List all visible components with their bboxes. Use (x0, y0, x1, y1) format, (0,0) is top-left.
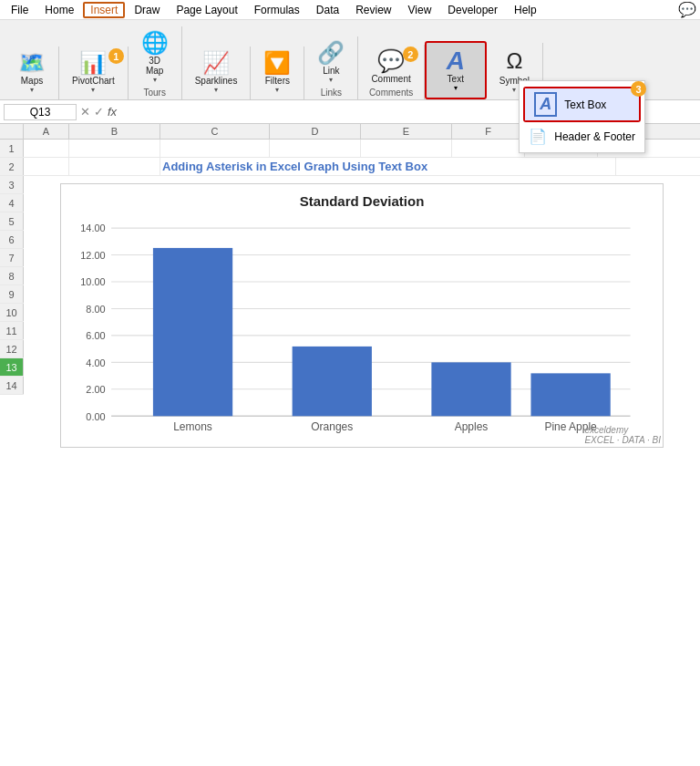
filters-icon: 🔽 (263, 52, 291, 74)
menu-formulas[interactable]: Formulas (247, 2, 307, 18)
table-row: 3 (0, 176, 24, 194)
ribbon-group-maps: 🗺️ Maps ▾ (5, 47, 59, 99)
chart-area: Standard Deviation 14.00 12.00 10.00 8.0… (24, 176, 700, 455)
svg-text:0.00: 0.00 (86, 411, 105, 422)
table-row: 2 Adding Asterisk in Excel Graph Using T… (0, 158, 700, 176)
svg-text:12.00: 12.00 (80, 250, 105, 261)
cell-a2[interactable] (24, 158, 69, 175)
cell-b1[interactable] (69, 140, 160, 157)
cell-reference[interactable] (4, 104, 77, 120)
menu-insert[interactable]: Insert (83, 2, 125, 18)
row-num-8: 8 (0, 267, 24, 285)
textbox-dropdown-item[interactable]: A Text Box (525, 88, 639, 120)
table-row: 14 (0, 377, 24, 395)
maps-icon: 🗺️ (18, 52, 46, 74)
sheet-content: 3 4 5 6 7 8 9 10 11 (0, 176, 700, 455)
menu-file[interactable]: File (4, 2, 36, 18)
ribbon-group-tours: 🌐 3DMap ▾ Tours (129, 26, 182, 99)
link-arrow: ▾ (329, 76, 333, 84)
symbol-arrow: ▾ (512, 86, 516, 94)
3dmap-button[interactable]: 🌐 3DMap ▾ (136, 30, 174, 86)
bar-apples (431, 362, 510, 416)
row-num-6: 6 (0, 231, 24, 248)
svg-text:2.00: 2.00 (86, 384, 105, 395)
maps-button[interactable]: 🗺️ Maps ▾ (13, 50, 51, 96)
textbox-label: Text Box (564, 98, 606, 111)
pivotchart-label: PivotChart (72, 76, 115, 86)
table-row: 8 (0, 267, 24, 285)
formula-check-icon[interactable]: ✓ (94, 105, 104, 119)
menu-developer[interactable]: Developer (440, 2, 505, 18)
svg-text:10.00: 10.00 (80, 276, 105, 287)
cell-c1[interactable] (160, 140, 270, 157)
text-button[interactable]: A Text ▾ (434, 47, 478, 94)
cell-e1[interactable] (361, 140, 452, 157)
bar-lemons (153, 248, 232, 416)
menu-review[interactable]: Review (348, 2, 398, 18)
col-header-e[interactable]: E (361, 124, 452, 139)
comment-label: Comment (371, 74, 410, 84)
svg-text:4.00: 4.00 (86, 357, 105, 368)
menu-help[interactable]: Help (507, 2, 544, 18)
cell-f1[interactable] (452, 140, 525, 157)
menu-draw[interactable]: Draw (127, 2, 167, 18)
spreadsheet: A B C D E F G 1 2 Adding Asterisk in Exc… (0, 124, 700, 455)
pivotchart-icon: 📊 (79, 52, 107, 74)
row-num-7: 7 (0, 249, 24, 266)
row-num-13: 13 (0, 358, 24, 376)
link-icon: 🔗 (317, 42, 345, 64)
menu-bar: File Home Insert Draw Page Layout Formul… (0, 0, 700, 20)
col-header-b[interactable]: B (69, 124, 160, 139)
menu-view[interactable]: View (401, 2, 439, 18)
svg-text:8.00: 8.00 (86, 304, 105, 315)
row-num-header (0, 124, 24, 139)
menu-home[interactable]: Home (37, 2, 81, 18)
col-header-d[interactable]: D (270, 124, 361, 139)
3dmap-icon: 🌐 (141, 32, 169, 54)
chart-container: Standard Deviation 14.00 12.00 10.00 8.0… (60, 183, 664, 448)
formula-fx-label: fx (108, 105, 117, 119)
text-label: Text (448, 74, 464, 84)
maps-arrow: ▾ (30, 86, 34, 94)
text-arrow: ▾ (454, 84, 458, 92)
textbox-dropdown-item-wrapper: A Text Box 3 (523, 87, 641, 122)
sparklines-arrow: ▾ (214, 86, 218, 94)
3dmap-label: 3DMap (146, 56, 163, 76)
menu-data[interactable]: Data (309, 2, 346, 18)
row-num-1: 1 (0, 140, 24, 157)
row-num-12: 12 (0, 340, 24, 357)
ribbon-group-comments: 2 💬 Comment Comments (358, 45, 424, 99)
row-num-11: 11 (0, 322, 24, 339)
link-button[interactable]: 🔗 Link ▾ (312, 40, 350, 86)
filters-button[interactable]: 🔽 Filters ▾ (258, 50, 296, 96)
table-row: 11 (0, 322, 24, 340)
comment-button[interactable]: 2 💬 Comment (365, 48, 416, 86)
comments-group-label: Comments (369, 88, 413, 98)
table-row: 10 (0, 304, 24, 322)
filters-arrow: ▾ (275, 86, 279, 94)
menu-pagelayout[interactable]: Page Layout (169, 2, 244, 18)
formula-x-icon[interactable]: ✕ (80, 105, 90, 119)
badge-3: 3 (631, 81, 646, 97)
cell-b2[interactable] (69, 158, 160, 175)
svg-text:Oranges: Oranges (311, 420, 353, 433)
cell-d1[interactable] (270, 140, 361, 157)
table-row: 7 (0, 249, 24, 267)
col-header-c[interactable]: C (160, 124, 270, 139)
chat-icon[interactable]: 💬 (678, 1, 696, 18)
svg-text:Lemons: Lemons (173, 420, 212, 433)
bar-pineapple (530, 373, 610, 416)
row-num-14: 14 (0, 377, 24, 394)
row-num-5: 5 (0, 212, 24, 230)
exceldemy-logo: exceldemyEXCEL · DATA · BI (584, 425, 661, 445)
sparklines-button[interactable]: 📈 Sparklines ▾ (190, 50, 243, 96)
col-header-f[interactable]: F (452, 124, 525, 139)
row-num-3: 3 (0, 176, 24, 193)
pivotchart-button[interactable]: 1 📊 PivotChart ▾ (67, 50, 120, 96)
row-num-2: 2 (0, 158, 24, 175)
filters-label: Filters (265, 76, 290, 86)
headerfooter-dropdown-item[interactable]: 📄 Header & Footer (520, 124, 644, 149)
cell-a1[interactable] (24, 140, 69, 157)
cell-c2-title[interactable]: Adding Asterisk in Excel Graph Using Tex… (160, 158, 616, 175)
col-header-a[interactable]: A (24, 124, 69, 139)
